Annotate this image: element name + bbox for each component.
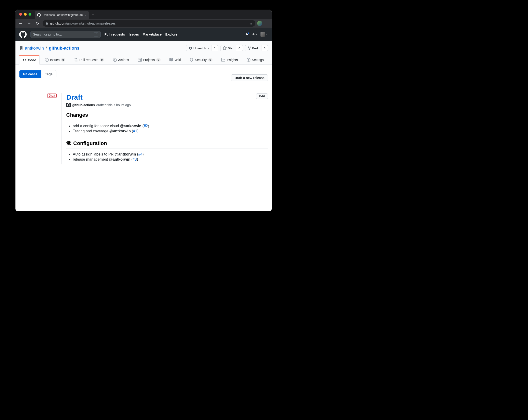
browser-window: Releases · antkorwin/github-ac × + ← → ⟳… <box>15 10 272 211</box>
watch-count[interactable]: 1 <box>212 45 218 51</box>
tab-security[interactable]: Security 0 <box>186 55 216 64</box>
configuration-list: Auto assign labels to PR @antkorwin (#4)… <box>66 152 268 162</box>
user-avatar-icon <box>261 32 265 37</box>
new-tab-button[interactable]: + <box>92 12 94 17</box>
star-count[interactable]: 0 <box>236 45 243 51</box>
create-new-dropdown[interactable]: +▼ <box>252 32 257 37</box>
owner-link[interactable]: antkorwin <box>25 46 44 51</box>
close-tab-icon[interactable]: × <box>84 13 87 17</box>
fork-count[interactable]: 0 <box>261 45 268 51</box>
nav-pull-requests[interactable]: Pull requests <box>104 33 125 36</box>
list-item: add a config for sonar cloud @antkorwin … <box>73 123 268 129</box>
tab-title: Releases · antkorwin/github-ac <box>43 13 83 17</box>
fork-button[interactable]: Fork <box>245 45 261 51</box>
profile-avatar[interactable] <box>257 21 262 26</box>
nav-explore[interactable]: Explore <box>165 33 177 36</box>
header-nav: Pull requests Issues Marketplace Explore <box>104 33 177 36</box>
play-icon <box>113 58 117 62</box>
draft-release-button[interactable]: Draft a new release <box>231 74 268 81</box>
graph-icon <box>221 58 225 62</box>
pr-link[interactable]: #3 <box>133 157 137 161</box>
tab-actions[interactable]: Actions <box>109 55 132 64</box>
page-content: Releases Tags Draft a new release Draft … <box>15 65 272 170</box>
github-favicon-icon <box>37 13 41 17</box>
repo-nav: Code Issues 0 Pull requests 0 Actions Pr… <box>15 55 272 64</box>
list-item: Testing and coverage @antkorwin (#1) <box>73 129 268 134</box>
bookmark-star-icon[interactable]: ☆ <box>250 22 252 25</box>
maximize-window-button[interactable] <box>29 13 31 16</box>
github-header: Search or jump to… / Pull requests Issue… <box>15 28 272 41</box>
close-window-button[interactable] <box>19 13 22 16</box>
browser-tab[interactable]: Releases · antkorwin/github-ac × <box>35 11 89 19</box>
breadcrumb: antkorwin / github-actions <box>19 46 80 51</box>
address-bar[interactable]: github.com/antkorwin/github-actions/rele… <box>43 20 255 27</box>
tab-pull-requests[interactable]: Pull requests 0 <box>71 55 108 64</box>
slash-key-icon: / <box>94 32 98 36</box>
project-icon <box>138 58 142 62</box>
gear-icon <box>247 58 251 62</box>
tab-insights[interactable]: Insights <box>218 55 241 64</box>
subnav-releases[interactable]: Releases <box>19 70 41 78</box>
code-icon <box>23 58 26 62</box>
url-text: github.com/antkorwin/github-actions/rele… <box>50 22 116 25</box>
list-item: release management @antkorwin (#3) <box>73 157 268 162</box>
repo-header: antkorwin / github-actions Unwatch ▼ 1 <box>15 41 272 65</box>
pull-request-icon <box>74 58 78 62</box>
search-placeholder: Search or jump to… <box>33 33 62 36</box>
bot-avatar-icon <box>66 103 71 107</box>
nav-marketplace[interactable]: Marketplace <box>143 33 162 36</box>
meta-text: drafted this 7 hours ago <box>96 103 131 107</box>
release-title[interactable]: Draft <box>66 93 83 101</box>
nav-issues[interactable]: Issues <box>129 33 139 36</box>
github-logo-icon[interactable] <box>19 31 27 38</box>
changes-list: add a config for sonar cloud @antkorwin … <box>66 123 268 134</box>
edit-button[interactable]: Edit <box>256 93 268 99</box>
lock-icon <box>45 22 48 25</box>
tab-wiki[interactable]: Wiki <box>166 55 184 64</box>
user-menu-dropdown[interactable]: ▼ <box>261 32 268 37</box>
tab-code[interactable]: Code <box>19 55 40 65</box>
pr-link[interactable]: #1 <box>133 129 137 133</box>
draft-badge: Draft <box>47 93 57 98</box>
tab-settings[interactable]: Settings <box>243 55 267 64</box>
unwatch-button[interactable]: Unwatch ▼ <box>186 45 212 51</box>
notifications-button[interactable] <box>245 33 249 36</box>
browser-tabstrip: Releases · antkorwin/github-ac × + <box>15 10 272 19</box>
shield-icon <box>190 58 193 62</box>
releases-subnav: Releases Tags <box>19 70 56 78</box>
window-controls <box>19 13 31 16</box>
author-name[interactable]: github-actions <box>72 103 95 107</box>
search-input[interactable]: Search or jump to… / <box>30 31 101 38</box>
back-button[interactable]: ← <box>17 21 24 26</box>
tab-issues[interactable]: Issues 0 <box>41 55 69 64</box>
repo-link[interactable]: github-actions <box>49 46 80 51</box>
forward-button[interactable]: → <box>26 21 32 26</box>
issue-icon <box>45 58 49 62</box>
browser-menu-button[interactable]: ⋮ <box>264 21 270 26</box>
pr-link[interactable]: #2 <box>144 124 148 128</box>
book-icon <box>169 58 173 62</box>
star-button[interactable]: Star <box>220 45 236 51</box>
subnav-tags[interactable]: Tags <box>41 70 56 78</box>
list-item: Auto assign labels to PR @antkorwin (#4) <box>73 152 268 157</box>
pr-link[interactable]: #4 <box>138 152 143 156</box>
browser-toolbar: ← → ⟳ github.com/antkorwin/github-action… <box>15 19 272 28</box>
configuration-heading: 🛠 Configuration <box>66 140 268 149</box>
reload-button[interactable]: ⟳ <box>34 21 41 26</box>
notification-dot-icon <box>247 32 250 34</box>
tools-icon: 🛠 <box>66 140 71 146</box>
changes-heading: Changes <box>66 112 268 120</box>
release-entry: Draft Edit Draft github-actions drafted … <box>19 86 268 164</box>
release-meta: github-actions drafted this 7 hours ago <box>66 103 268 107</box>
repo-icon <box>19 46 23 50</box>
minimize-window-button[interactable] <box>24 13 27 16</box>
tab-projects[interactable]: Projects 0 <box>134 55 164 64</box>
